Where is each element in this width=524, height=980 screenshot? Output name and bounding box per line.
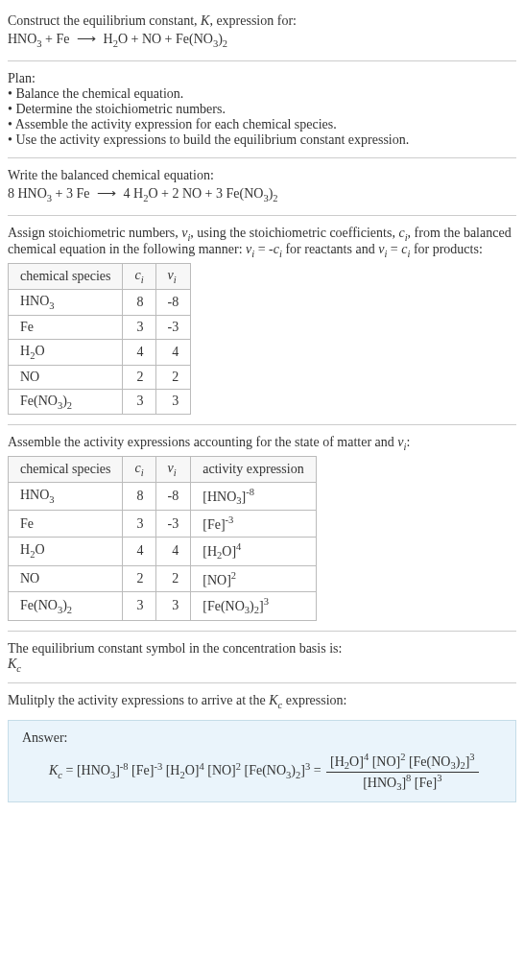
table-row: Fe 3 -3 [Fe]-3 xyxy=(9,511,317,538)
divider xyxy=(8,682,516,683)
answer-label: Answer: xyxy=(22,730,502,746)
activity-cell: [NO]2 xyxy=(191,565,316,592)
table-row: Fe(NO3)2 3 3 xyxy=(9,389,191,415)
vi-cell: -8 xyxy=(155,482,191,510)
activity-section: Assemble the activity expressions accoun… xyxy=(8,429,516,626)
species-cell: HNO3 xyxy=(9,289,123,315)
vi-cell: -3 xyxy=(155,511,191,538)
divider xyxy=(8,215,516,216)
activity-intro: Assemble the activity expressions accoun… xyxy=(8,435,516,452)
divider xyxy=(8,631,516,632)
stoich-table: chemical species ci νi HNO3 8 -8 Fe 3 -3… xyxy=(8,263,191,415)
col-ci: ci xyxy=(123,264,155,290)
table-header-row: chemical species ci νi xyxy=(9,264,191,290)
divider xyxy=(8,424,516,425)
ci-cell: 3 xyxy=(123,315,155,339)
ci-cell: 3 xyxy=(123,511,155,538)
stoich-section: Assign stoichiometric numbers, νi, using… xyxy=(8,220,516,421)
species-cell: H2O xyxy=(9,538,123,565)
activity-cell: [Fe]-3 xyxy=(191,511,316,538)
stoich-intro: Assign stoichiometric numbers, νi, using… xyxy=(8,226,516,260)
plan-item: Determine the stoichiometric numbers. xyxy=(8,102,516,117)
ci-cell: 3 xyxy=(123,592,155,620)
vi-cell: 2 xyxy=(155,365,191,389)
plan-item: Use the activity expressions to build th… xyxy=(8,132,516,148)
table-row: Fe 3 -3 xyxy=(9,315,191,339)
species-cell: Fe xyxy=(9,511,123,538)
divider xyxy=(8,157,516,158)
plan-section: Plan: Balance the chemical equation. Det… xyxy=(8,65,516,154)
vi-cell: 4 xyxy=(155,339,191,365)
col-activity: activity expression xyxy=(191,457,316,483)
table-row: HNO3 8 -8 xyxy=(9,289,191,315)
activity-cell: [HNO3]-8 xyxy=(191,482,316,510)
species-cell: NO xyxy=(9,565,123,592)
vi-cell: 2 xyxy=(155,565,191,592)
table-row: H2O 4 4 xyxy=(9,339,191,365)
fraction: [H2O]4 [NO]2 [Fe(NO3)2]3 [HNO3]8 [Fe]3 xyxy=(326,752,479,792)
ci-cell: 8 xyxy=(123,482,155,510)
activity-cell: [Fe(NO3)2]3 xyxy=(191,592,316,620)
ci-cell: 8 xyxy=(123,289,155,315)
col-vi: νi xyxy=(155,457,191,483)
prompt-section: Construct the equilibrium constant, K, e… xyxy=(8,8,516,57)
ci-cell: 4 xyxy=(123,339,155,365)
basis-line: The equilibrium constant symbol in the c… xyxy=(8,641,516,657)
vi-cell: -3 xyxy=(155,315,191,339)
activity-table: chemical species ci νi activity expressi… xyxy=(8,456,317,620)
table-row: H2O 4 4 [H2O]4 xyxy=(9,538,317,565)
species-cell: HNO3 xyxy=(9,482,123,510)
multiply-line: Mulitply the activity expressions to arr… xyxy=(8,693,516,710)
species-cell: Fe xyxy=(9,315,123,339)
table-row: NO 2 2 xyxy=(9,365,191,389)
ci-cell: 2 xyxy=(123,565,155,592)
basis-symbol: Kc xyxy=(8,657,516,674)
species-cell: NO xyxy=(9,365,123,389)
answer-box: Answer: Kc = [HNO3]-8 [Fe]-3 [H2O]4 [NO]… xyxy=(8,720,516,802)
basis-section: The equilibrium constant symbol in the c… xyxy=(8,635,516,680)
balanced-section: Write the balanced chemical equation: 8 … xyxy=(8,162,516,211)
fraction-denominator: [HNO3]8 [Fe]3 xyxy=(326,773,479,792)
vi-cell: 3 xyxy=(155,389,191,415)
vi-cell: 3 xyxy=(155,592,191,620)
ci-cell: 3 xyxy=(123,389,155,415)
table-header-row: chemical species ci νi activity expressi… xyxy=(9,457,317,483)
divider xyxy=(8,60,516,61)
ci-cell: 2 xyxy=(123,365,155,389)
multiply-section: Mulitply the activity expressions to arr… xyxy=(8,687,516,716)
vi-cell: -8 xyxy=(155,289,191,315)
col-vi: νi xyxy=(155,264,191,290)
ci-cell: 4 xyxy=(123,538,155,565)
balanced-title: Write the balanced chemical equation: xyxy=(8,168,516,183)
kc-expression: Kc = [HNO3]-8 [Fe]-3 [H2O]4 [NO]2 [Fe(NO… xyxy=(22,752,502,792)
plan-item: Balance the chemical equation. xyxy=(8,86,516,102)
col-species: chemical species xyxy=(9,264,123,290)
table-row: Fe(NO3)2 3 3 [Fe(NO3)2]3 xyxy=(9,592,317,620)
plan-title: Plan: xyxy=(8,71,516,86)
col-species: chemical species xyxy=(9,457,123,483)
col-ci: ci xyxy=(123,457,155,483)
plan-list: Balance the chemical equation. Determine… xyxy=(8,86,516,148)
species-cell: H2O xyxy=(9,339,123,365)
balanced-equation: 8 HNO3 + 3 Fe ⟶ 4 H2O + 2 NO + 3 Fe(NO3)… xyxy=(8,185,516,203)
species-cell: Fe(NO3)2 xyxy=(9,389,123,415)
species-cell: Fe(NO3)2 xyxy=(9,592,123,620)
table-row: HNO3 8 -8 [HNO3]-8 xyxy=(9,482,317,510)
plan-item: Assemble the activity expression for eac… xyxy=(8,117,516,132)
fraction-numerator: [H2O]4 [NO]2 [Fe(NO3)2]3 xyxy=(326,752,479,772)
table-row: NO 2 2 [NO]2 xyxy=(9,565,317,592)
vi-cell: 4 xyxy=(155,538,191,565)
activity-cell: [H2O]4 xyxy=(191,538,316,565)
prompt-equation: HNO3 + Fe ⟶ H2O + NO + Fe(NO3)2 xyxy=(8,31,516,49)
prompt-title: Construct the equilibrium constant, K, e… xyxy=(8,13,516,29)
